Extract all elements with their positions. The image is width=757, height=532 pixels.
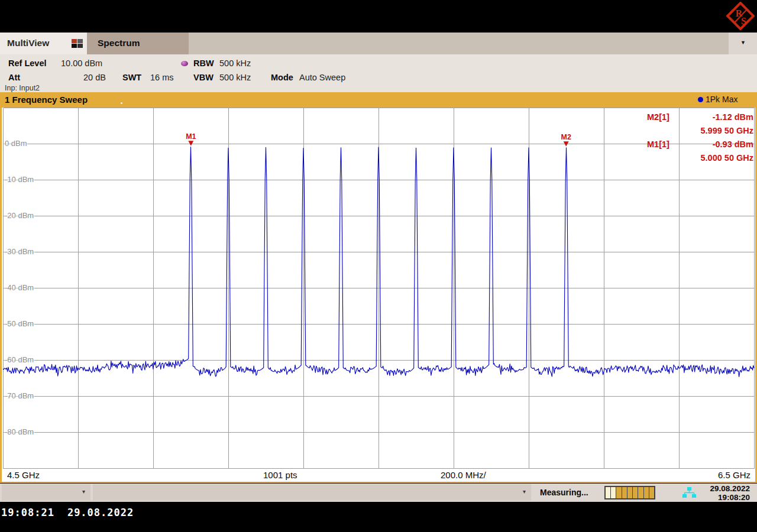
top-bar: R S (0, 0, 757, 33)
sweep-points-label: 1001 pts (263, 470, 297, 480)
svg-text:S: S (741, 16, 746, 26)
tab-bar: MultiView Spectrum ▼ (0, 33, 757, 54)
progress-segment (644, 487, 649, 498)
x-axis-start-freq: 4.5 GHz (7, 470, 40, 480)
status-dropdown-main[interactable]: ▾ (93, 484, 531, 501)
rbw-value[interactable]: 500 kHz (219, 59, 251, 68)
y-axis-label: -60 dBm (5, 355, 34, 365)
marker-m1-triangle[interactable] (188, 141, 193, 146)
progress-segment (611, 487, 616, 498)
rohde-schwarz-logo: R S (726, 2, 755, 30)
y-axis-label: -40 dBm (5, 283, 34, 293)
status-date: 29.08.2022 (710, 484, 750, 493)
input-source-label: Inp: Input2 (5, 84, 40, 92)
clock-date: 29.08.2022 (67, 507, 134, 518)
tab-multiview[interactable]: MultiView (0, 33, 87, 54)
network-status-icon[interactable] (681, 487, 697, 498)
trace-indicator[interactable]: 1Pk Max (698, 95, 737, 104)
chevron-down-icon: ▼ (740, 40, 746, 46)
sweep-window-header[interactable]: 1 Frequency Sweep 1Pk Max (0, 92, 757, 108)
att-label: Att (8, 73, 20, 82)
swt-label: SWT (122, 73, 141, 82)
mode-label: Mode (271, 73, 293, 82)
multiview-grid-icon (72, 39, 83, 48)
status-dropdown-left[interactable]: ▾ (2, 484, 90, 501)
y-axis-label: -10 dBm (5, 174, 34, 185)
progress-segment (622, 487, 627, 498)
progress-segment (649, 487, 654, 498)
trace1-color-dot-icon (698, 97, 703, 102)
spectrum-plot[interactable]: M1M2 (2, 108, 755, 469)
y-axis-label: -50 dBm (5, 319, 34, 329)
clock-bar: 19:08:2129.08.2022 (0, 502, 757, 532)
ref-level-value[interactable]: 10.00 dBm (61, 59, 102, 68)
status-datetime: 29.08.2022 19:08:20 (710, 484, 750, 502)
marker-m1-name[interactable]: M1[1] (647, 140, 669, 149)
progress-segment (606, 487, 610, 498)
y-axis-label: -20 dBm (5, 210, 34, 221)
marker-m2-name[interactable]: M2[1] (647, 112, 669, 122)
tab-spectrum[interactable]: Spectrum (87, 33, 189, 54)
rbw-label: RBW (193, 59, 214, 68)
sweep-progress-bar (604, 486, 655, 499)
status-time: 19:08:20 (710, 493, 750, 502)
marker-m2-level: -1.12 dBm (713, 112, 753, 122)
x-axis-stop-freq: 6.5 GHz (718, 470, 750, 480)
y-axis-label: -30 dBm (5, 246, 34, 257)
tab-multiview-label: MultiView (7, 38, 49, 48)
marker-m1-label: M1 (186, 132, 196, 141)
window-title: 1 Frequency Sweep (5, 95, 88, 105)
marker-m1-freq: 5.000 50 GHz (701, 153, 753, 163)
trace1-detector-label: 1Pk Max (706, 95, 737, 104)
rbw-coupled-indicator-icon (181, 61, 188, 66)
focus-dot (121, 102, 122, 104)
y-axis-label: 0 dBm (5, 138, 27, 149)
settings-panel: Ref Level 10.00 dBm Att 20 dB SWT 16 ms … (0, 54, 757, 92)
marker-m2-label: M2 (561, 133, 571, 141)
chevron-down-icon: ▾ (523, 488, 526, 495)
tab-overflow-dropdown[interactable]: ▼ (729, 33, 757, 54)
progress-segment (627, 487, 632, 498)
att-value[interactable]: 20 dB (83, 73, 106, 82)
x-axis-strip: 4.5 GHz 1001 pts 200.0 MHz/ 6.5 GHz (2, 469, 755, 482)
vbw-value[interactable]: 500 kHz (219, 73, 251, 82)
progress-segment (616, 487, 621, 498)
mode-value[interactable]: Auto Sweep (299, 73, 345, 82)
progress-segment (633, 487, 638, 498)
vbw-label: VBW (193, 73, 213, 82)
marker-readout-panel: M2[1] -1.12 dBm 5.999 50 GHz M1[1] -0.93… (647, 110, 753, 164)
y-axis-label: -70 dBm (5, 391, 34, 401)
progress-segment (638, 487, 643, 498)
x-axis-per-division: 200.0 MHz/ (441, 470, 486, 480)
swt-value[interactable]: 16 ms (150, 73, 174, 82)
ref-level-label: Ref Level (8, 59, 46, 68)
chevron-down-icon: ▾ (82, 488, 85, 495)
status-bar: ▾ ▾ Measuring... 29.08.2022 19:08:20 (0, 484, 757, 502)
measuring-status-text: Measuring... (540, 488, 588, 497)
marker-m1-level: -0.93 dBm (713, 140, 753, 149)
marker-m2-freq: 5.999 50 GHz (701, 126, 753, 135)
clock-time: 19:08:21 (1, 507, 54, 518)
spectrum-analyzer-screen: R S MultiView Spectrum ▼ Ref Level 10.00… (0, 0, 757, 532)
y-axis-label: -80 dBm (5, 427, 34, 437)
tab-spectrum-label: Spectrum (98, 38, 140, 48)
